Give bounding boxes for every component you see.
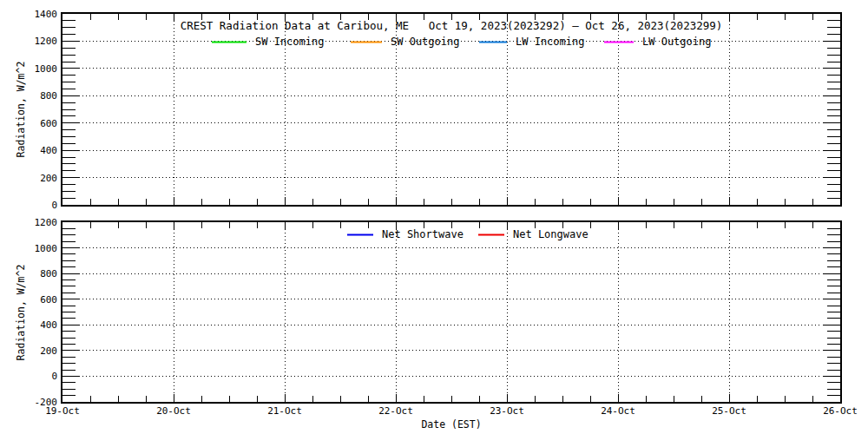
legend-label: Net Shortwave xyxy=(382,229,464,240)
x-tick xyxy=(118,14,119,20)
x-tick xyxy=(312,396,313,402)
y-tick xyxy=(62,170,76,171)
grid-line-h xyxy=(82,247,820,248)
x-axis-label: Date (EST) xyxy=(421,419,481,430)
y-tick-label: 400 xyxy=(23,320,57,330)
y-tick xyxy=(62,395,76,396)
y-tick xyxy=(827,198,840,199)
y-tick xyxy=(827,357,840,358)
y-tick xyxy=(823,273,840,274)
x-tick xyxy=(757,222,758,228)
y-tick xyxy=(62,344,76,345)
grid-line-v xyxy=(285,222,286,402)
x-tick xyxy=(562,199,563,205)
legend-label: SW Outgoing xyxy=(391,36,459,48)
y-tick xyxy=(62,357,76,358)
grid-line-v xyxy=(618,222,619,402)
y-tick xyxy=(827,344,840,345)
y-tick-label: 200 xyxy=(23,173,57,182)
y-tick xyxy=(62,95,80,96)
y-tick xyxy=(827,286,840,286)
grid-line-h xyxy=(82,68,820,69)
legend-swatch-sw-outgoing xyxy=(351,41,382,43)
x-tick xyxy=(340,199,341,205)
grid-line-h xyxy=(82,325,820,326)
grid-line-v xyxy=(174,222,174,402)
y-tick xyxy=(827,241,840,242)
y-tick xyxy=(62,163,76,164)
legend-swatch-net-shortwave xyxy=(347,233,373,235)
y-tick xyxy=(62,350,80,351)
y-tick xyxy=(62,363,76,364)
y-tick-label: 600 xyxy=(23,294,57,304)
y-tick xyxy=(62,82,76,82)
y-tick xyxy=(62,286,76,286)
y-tick xyxy=(62,136,76,137)
legend-label: LW Incoming xyxy=(516,36,584,48)
legend-label: Net Longwave xyxy=(513,229,589,240)
y-tick xyxy=(823,177,840,178)
x-tick xyxy=(90,199,91,205)
x-tick xyxy=(340,396,341,402)
y-tick-label: 800 xyxy=(23,91,57,101)
y-tick xyxy=(62,241,76,242)
grid-line-h xyxy=(82,177,820,178)
y-tick-label: 400 xyxy=(23,146,57,155)
legend-label: LW Outgoing xyxy=(642,36,711,48)
x-tick xyxy=(118,222,119,228)
y-tick xyxy=(827,157,840,158)
y-tick xyxy=(827,318,840,319)
x-tick xyxy=(701,222,702,228)
radiation-chart-figure: CREST Radiation Data at Caribou, ME Oct … xyxy=(0,0,868,434)
y-tick xyxy=(827,62,840,62)
y-tick xyxy=(827,363,840,364)
x-tick-label: 20-Oct xyxy=(156,406,191,416)
y-tick xyxy=(62,331,76,332)
y-tick xyxy=(827,143,840,144)
x-tick xyxy=(451,199,452,205)
legend-item: Net Longwave xyxy=(478,229,589,240)
x-tick xyxy=(90,396,91,402)
x-tick xyxy=(368,199,369,205)
y-tick xyxy=(62,198,76,199)
y-tick xyxy=(62,260,76,261)
y-tick xyxy=(827,55,840,56)
legend-swatch-lw-incoming xyxy=(479,41,507,43)
y-tick xyxy=(827,228,840,229)
x-tick xyxy=(535,199,536,205)
grid-line-h xyxy=(82,299,820,299)
y-tick xyxy=(827,82,840,82)
y-tick xyxy=(827,279,840,280)
x-tick xyxy=(785,396,786,402)
y-tick xyxy=(823,122,840,123)
chart-title: CREST Radiation Data at Caribou, ME Oct … xyxy=(62,20,840,31)
y-tick-label: 0 xyxy=(23,372,57,381)
grid-line-v xyxy=(507,222,508,402)
y-tick xyxy=(827,234,840,235)
y-tick xyxy=(823,95,840,96)
y-tick xyxy=(62,48,76,49)
legend-item: LW Outgoing xyxy=(604,36,711,48)
x-tick xyxy=(340,222,341,228)
grid-line-h xyxy=(82,150,820,151)
y-tick xyxy=(827,89,840,89)
x-tick xyxy=(646,396,647,402)
y-tick-label: 1200 xyxy=(23,36,57,46)
y-tick xyxy=(62,273,80,274)
x-tick xyxy=(312,199,313,205)
y-tick-label: 0 xyxy=(23,201,57,210)
legend-swatch-net-longwave xyxy=(478,233,504,235)
y-tick xyxy=(62,306,76,306)
y-tick xyxy=(823,150,840,151)
y-tick xyxy=(827,395,840,396)
grid-line-h xyxy=(82,95,820,96)
top-radiation-panel: CREST Radiation Data at Caribou, ME Oct … xyxy=(61,12,842,207)
x-tick xyxy=(90,14,91,20)
y-tick xyxy=(62,325,80,326)
y-tick xyxy=(823,376,840,377)
y-tick xyxy=(62,41,80,42)
y-tick xyxy=(823,350,840,351)
y-tick xyxy=(827,129,840,130)
grid-line-v xyxy=(729,14,730,205)
y-tick xyxy=(62,129,76,130)
